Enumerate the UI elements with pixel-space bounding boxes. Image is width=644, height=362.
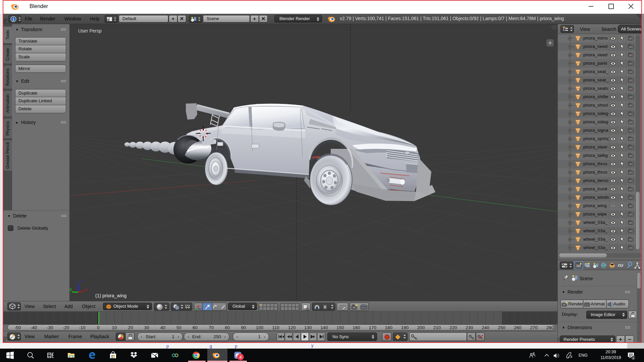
svg-text:y: y [70,287,72,292]
svg-text:x: x [85,287,88,292]
svg-text:1: 1 [632,356,634,360]
svg-text:z: z [79,278,82,283]
svg-text:4: 4 [239,355,241,360]
